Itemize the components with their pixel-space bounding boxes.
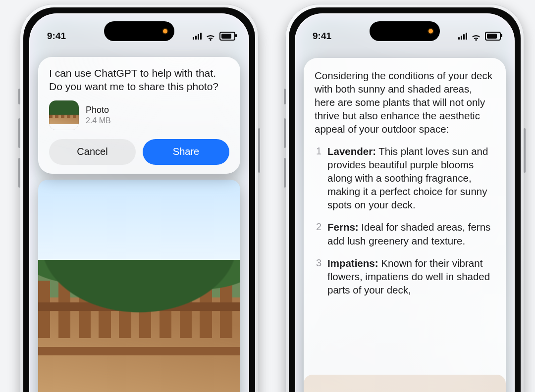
list-item: 3 Impatiens: Known for their vibrant flo… (315, 256, 495, 296)
wifi-icon (471, 33, 481, 40)
power-button (258, 128, 260, 173)
cancel-button[interactable]: Cancel (49, 139, 136, 165)
siri-prompt-card: I can use ChatGPT to help with that. Do … (38, 57, 240, 174)
status-time: 9:41 (313, 31, 331, 42)
background-photo (38, 180, 240, 392)
cellular-icon (193, 33, 202, 40)
power-button (524, 128, 526, 173)
plant-name: Lavender: (327, 146, 376, 157)
plant-name: Impatiens: (327, 257, 378, 269)
answer-list: 1 Lavender: This plant loves sun and pro… (315, 145, 495, 296)
dynamic-island (104, 21, 174, 41)
volume-down-button (18, 158, 20, 188)
attachment-thumbnail (49, 100, 79, 130)
screen-left: 9:41 I can use ChatGPT to help with that… (29, 13, 249, 392)
volume-up-button (18, 118, 20, 148)
volume-up-button (284, 118, 286, 148)
share-button[interactable]: Share (143, 139, 229, 165)
phone-left: 9:41 I can use ChatGPT to help with that… (20, 4, 259, 392)
side-button (18, 89, 20, 104)
list-number: 1 (315, 145, 321, 211)
side-button (284, 89, 286, 104)
volume-down-button (284, 158, 286, 188)
dynamic-island (370, 21, 440, 41)
cellular-icon (458, 33, 467, 40)
attachment[interactable]: Photo 2.4 MB (49, 100, 229, 130)
screen-right: 9:41 Considering the conditions of your … (295, 13, 515, 392)
phone-right: 9:41 Considering the conditions of your … (285, 4, 524, 392)
answer-card[interactable]: Considering the conditions of your deck … (304, 58, 506, 392)
list-number: 2 (315, 220, 321, 247)
list-number: 3 (315, 256, 321, 296)
list-item: 2 Ferns: Ideal for shaded areas, ferns a… (315, 220, 495, 247)
battery-icon (219, 32, 235, 41)
wifi-icon (206, 33, 215, 40)
attachment-title: Photo (86, 105, 111, 115)
plant-name: Ferns: (327, 221, 359, 233)
attachment-size: 2.4 MB (86, 116, 111, 125)
list-item: 1 Lavender: This plant loves sun and pro… (315, 145, 495, 211)
battery-icon (485, 32, 501, 41)
status-time: 9:41 (47, 31, 66, 42)
answer-intro: Considering the conditions of your deck … (315, 69, 495, 136)
siri-message: I can use ChatGPT to help with that. Do … (49, 67, 229, 94)
